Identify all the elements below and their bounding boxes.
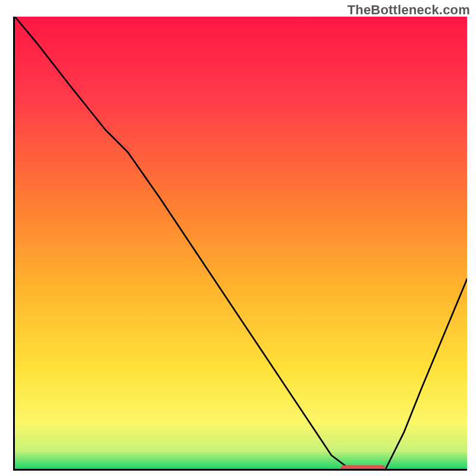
bottleneck-curve [15, 17, 467, 469]
watermark-text: TheBottleneck.com [347, 2, 470, 18]
optimal-range-marker [340, 465, 386, 471]
chart-plot-area [13, 17, 467, 471]
